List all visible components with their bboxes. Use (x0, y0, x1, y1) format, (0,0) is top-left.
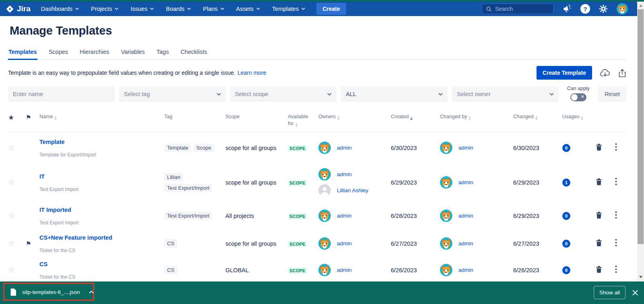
more-actions-kebab-icon[interactable] (615, 265, 617, 275)
delete-trash-icon[interactable] (596, 178, 602, 187)
usages-badge[interactable]: 1 (562, 179, 570, 187)
owners-list: admin (318, 142, 391, 154)
column-header-owners[interactable]: Owners (318, 113, 391, 120)
more-actions-kebab-icon[interactable] (615, 178, 617, 187)
template-name-link[interactable]: CS (39, 261, 47, 267)
dog-avatar (440, 264, 452, 276)
usages-badge[interactable]: 0 (562, 240, 570, 248)
vertical-scrollbar[interactable] (637, 2, 644, 281)
show-all-button[interactable]: Show all (594, 286, 625, 299)
close-download-bar-icon[interactable] (632, 290, 638, 296)
user-link[interactable]: admin (337, 171, 352, 177)
more-actions-kebab-icon[interactable] (615, 239, 617, 248)
favorite-star-icon[interactable]: ☆ (8, 144, 15, 152)
column-header-changed[interactable]: Changed (513, 113, 562, 120)
owner-filter-select[interactable]: Select owner (452, 86, 559, 102)
star-column-header-icon[interactable]: ★ (8, 114, 14, 121)
tag-filter-select[interactable]: Select tag (119, 86, 226, 102)
usages-badge[interactable]: 0 (562, 212, 570, 220)
user-link[interactable]: admin (337, 145, 352, 151)
user-link[interactable]: admin (337, 267, 352, 273)
chevron-up-icon[interactable] (89, 291, 94, 294)
scrollbar-up-arrow[interactable] (637, 2, 644, 8)
nav-item-boards[interactable]: Boards (166, 6, 191, 12)
available-for-filter-select[interactable]: ALL (341, 86, 448, 102)
tab-tags[interactable]: Tags (156, 46, 169, 59)
table-row: ☆ ⚑ Template Template for Export/Import … (8, 132, 626, 164)
megaphone-icon[interactable] (562, 4, 572, 14)
dog-avatar (440, 210, 452, 222)
column-header-changed-by[interactable]: Changed by (440, 113, 513, 120)
template-description: Test Export Import (39, 187, 164, 192)
learn-more-link[interactable]: Learn more (237, 70, 266, 76)
delete-trash-icon[interactable] (596, 212, 602, 220)
create-button[interactable]: Create (316, 3, 346, 15)
tag-chip: CS (164, 266, 177, 274)
can-apply-toggle[interactable]: ✕ (570, 93, 586, 101)
tab-hierarchies[interactable]: Hierarchies (79, 46, 109, 59)
column-header-created[interactable]: Created (391, 113, 440, 120)
delete-trash-icon[interactable] (596, 266, 602, 275)
user-link[interactable]: admin (458, 213, 473, 219)
reset-button[interactable]: Reset (598, 86, 626, 102)
user-link[interactable]: Lillian Ashley (337, 187, 368, 193)
user-link[interactable]: admin (458, 240, 473, 246)
tab-checklists[interactable]: Checklists (180, 46, 207, 59)
usages-badge[interactable]: 0 (562, 266, 570, 274)
usages-badge[interactable]: 0 (562, 144, 570, 152)
column-header-usages[interactable]: Usages (562, 113, 590, 120)
favorite-star-icon[interactable]: ☆ (8, 266, 15, 274)
settings-gear-icon[interactable] (599, 4, 608, 14)
scrollbar-down-arrow[interactable] (637, 274, 644, 280)
favorite-star-icon[interactable]: ☆ (8, 178, 15, 187)
more-actions-kebab-icon[interactable] (615, 211, 617, 220)
tab-scopes[interactable]: Scopes (48, 46, 68, 59)
column-header-available-for[interactable]: Available for (288, 113, 318, 127)
name-filter[interactable] (8, 86, 115, 102)
export-icon[interactable] (618, 68, 626, 78)
user-link[interactable]: admin (337, 213, 352, 219)
create-template-button[interactable]: Create Template (537, 66, 592, 80)
nav-item-plans[interactable]: Plans (203, 6, 224, 12)
changed-by-cell: admin (440, 210, 513, 222)
tab-templates[interactable]: Templates (8, 46, 37, 60)
cloud-download-icon[interactable] (600, 68, 611, 78)
search-input[interactable] (495, 6, 547, 12)
favorite-star-icon[interactable]: ☆ (8, 239, 15, 248)
template-name-link[interactable]: Template (39, 139, 65, 145)
template-description: Ticket for the CS (39, 248, 164, 253)
scope-filter-select[interactable]: Select scope (230, 86, 337, 102)
navbar-search[interactable] (482, 4, 553, 14)
help-icon[interactable]: ? (580, 4, 590, 14)
delete-trash-icon[interactable] (596, 144, 602, 152)
nav-item-issues[interactable]: Issues (130, 6, 154, 12)
person-avatar (318, 184, 331, 197)
owners-list: admin (318, 237, 391, 250)
column-header-name[interactable]: Name (39, 113, 164, 120)
template-name-link[interactable]: IT (39, 173, 45, 180)
user-avatar[interactable] (617, 3, 628, 14)
name-filter-input[interactable] (13, 91, 110, 97)
more-actions-kebab-icon[interactable] (615, 143, 617, 152)
created-date: 6/28/2023 (391, 213, 440, 219)
flag-column-header-icon[interactable]: ⚑ (26, 114, 31, 121)
user-link[interactable]: admin (458, 145, 473, 151)
jira-logo[interactable]: Jira (6, 4, 31, 13)
nav-item-templates[interactable]: Templates (272, 6, 305, 12)
tab-variables[interactable]: Variables (120, 46, 145, 59)
downloaded-file-chip[interactable]: sitp-templates-6_....json (10, 281, 94, 302)
user-link[interactable]: admin (458, 267, 473, 273)
template-name-link[interactable]: IT Imported (39, 207, 71, 213)
nav-item-projects[interactable]: Projects (91, 6, 118, 12)
template-name-link[interactable]: CS+New Feature imported (39, 234, 112, 241)
chevron-down-icon (327, 93, 332, 96)
nav-item-dashboards[interactable]: Dashboards (41, 6, 79, 12)
favorite-star-icon[interactable]: ☆ (8, 212, 15, 220)
user-link[interactable]: admin (458, 179, 473, 185)
available-for-badge: SCOPE (288, 145, 307, 152)
toggle-knob (571, 94, 578, 101)
user-link[interactable]: admin (337, 240, 352, 246)
delete-trash-icon[interactable] (596, 239, 602, 248)
nav-item-assets[interactable]: Assets (236, 6, 260, 12)
scrollbar-thumb[interactable] (638, 9, 644, 244)
